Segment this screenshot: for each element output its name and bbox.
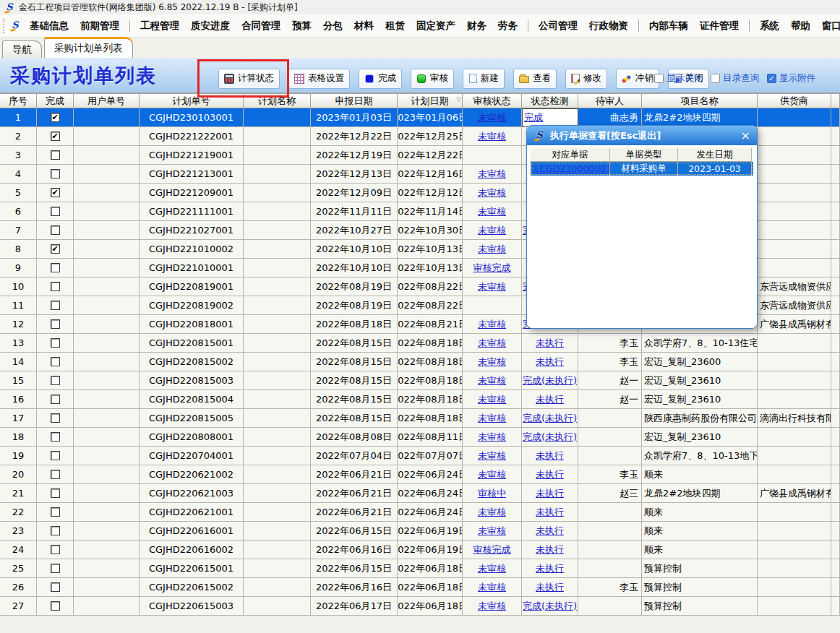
- row-checkbox-unchecked[interactable]: [51, 507, 60, 517]
- column-header-项目名称[interactable]: 项目名称: [642, 94, 758, 108]
- menu-item-预算[interactable]: 预算: [292, 20, 312, 33]
- complete-button[interactable]: 完成: [359, 69, 402, 89]
- status-check-link[interactable]: 未执行: [536, 562, 564, 575]
- column-header-用户单号[interactable]: 用户单号: [74, 94, 140, 108]
- status-check-link[interactable]: 未执行: [536, 525, 564, 538]
- audit-status-link[interactable]: 未审核: [478, 337, 506, 350]
- audit-button[interactable]: 审核: [411, 69, 454, 89]
- audit-status-link[interactable]: 未审核: [478, 111, 506, 124]
- column-header-待审人[interactable]: 待审人: [578, 94, 642, 108]
- status-check-link[interactable]: 完成(未执行): [523, 374, 577, 387]
- status-check-link[interactable]: 未执行: [536, 543, 564, 556]
- column-header-计划日期[interactable]: 计划日期▽: [398, 94, 463, 108]
- column-header-状态检测[interactable]: 状态检测: [522, 94, 578, 108]
- row-checkbox-unchecked[interactable]: [51, 319, 60, 329]
- status-check-link[interactable]: 未执行: [536, 337, 564, 350]
- tab-navigation[interactable]: 导航: [2, 40, 42, 58]
- tab-purchase-plan-list[interactable]: 采购计划单列表: [44, 37, 133, 58]
- audit-status-link[interactable]: 未审核: [478, 600, 506, 613]
- row-checkbox-unchecked[interactable]: [51, 263, 60, 272]
- row-checkbox-unchecked[interactable]: [51, 601, 60, 611]
- audit-status-link[interactable]: 未审核: [478, 318, 506, 331]
- row-checkbox-unchecked[interactable]: [51, 564, 60, 573]
- audit-status-link[interactable]: 未审核: [478, 280, 506, 293]
- menu-item-内部车辆[interactable]: 内部车辆: [649, 20, 688, 33]
- row-checkbox-unchecked[interactable]: [51, 488, 60, 498]
- column-header-完成[interactable]: 完成: [37, 94, 74, 108]
- row-checkbox-unchecked[interactable]: [51, 451, 60, 460]
- table-row-21[interactable]: 21CGJHD2206210032022年06月21日2022年06月24日审核…: [0, 484, 840, 503]
- status-check-link[interactable]: 完成(未执行): [523, 600, 577, 613]
- column-header-供货商[interactable]: 供货商: [758, 94, 831, 108]
- close-icon[interactable]: ×: [741, 130, 750, 142]
- row-checkbox-unchecked[interactable]: [51, 432, 60, 442]
- menu-item-合同管理[interactable]: 合同管理: [241, 20, 280, 33]
- row-checkbox-unchecked[interactable]: [51, 282, 60, 291]
- row-checkbox-unchecked[interactable]: [51, 357, 60, 366]
- audit-status-link[interactable]: 未审核: [478, 468, 506, 481]
- menu-item-财务[interactable]: 财务: [467, 20, 487, 33]
- status-check-link[interactable]: 未执行: [536, 506, 564, 519]
- status-check-link[interactable]: 完成(未执行): [523, 412, 577, 425]
- checkbox-显示附件[interactable]: ✓显示附件: [767, 72, 815, 85]
- menu-item-劳务[interactable]: 劳务: [498, 20, 518, 33]
- table-row-14[interactable]: 14CGJHD2208150022022年08月15日2022年08月18日未审…: [0, 353, 840, 371]
- table-row-20[interactable]: 20CGJHD2206210022022年06月21日2022年06月24日未审…: [0, 465, 840, 484]
- status-check-link[interactable]: 完成(未执行): [523, 431, 577, 444]
- reverse-button[interactable]: 冲销: [616, 69, 659, 89]
- column-header-申报日期[interactable]: 申报日期: [311, 94, 398, 108]
- menu-item-公司管理[interactable]: 公司管理: [539, 20, 578, 33]
- row-checkbox-unchecked[interactable]: [51, 413, 60, 423]
- audit-status-link[interactable]: 未审核: [478, 374, 506, 387]
- audit-status-link[interactable]: 未审核: [478, 205, 506, 218]
- audit-status-link[interactable]: 未审核: [478, 224, 506, 237]
- row-checkbox-unchecked[interactable]: [51, 301, 60, 310]
- table-row-25[interactable]: 25CGJHD2206150012022年06月15日2022年06月18日未审…: [0, 559, 840, 578]
- table-row-22[interactable]: 22CGJHD2206210012022年06月21日2022年06月24日未审…: [0, 503, 840, 522]
- row-checkbox-unchecked[interactable]: [51, 545, 60, 554]
- audit-status-link[interactable]: 未审核: [478, 506, 506, 519]
- audit-status-link[interactable]: 未审核: [478, 412, 506, 425]
- audit-status-link[interactable]: 审核中: [478, 487, 506, 500]
- table-row-13[interactable]: 13CGJHD2208150012022年08月15日2022年08月18日未审…: [0, 334, 840, 353]
- column-header-审核状态[interactable]: 审核状态: [463, 94, 522, 108]
- audit-status-link[interactable]: 审核完成: [473, 543, 511, 556]
- menu-item-帮助[interactable]: 帮助: [791, 20, 810, 33]
- row-checkbox-unchecked[interactable]: [51, 207, 60, 216]
- column-header-extra[interactable]: [831, 94, 840, 108]
- toolbar-grip[interactable]: [3, 19, 7, 33]
- audit-status-link[interactable]: 未审核: [478, 449, 506, 462]
- status-check-link[interactable]: 未执行: [536, 468, 564, 481]
- view-button[interactable]: 查看: [513, 69, 557, 89]
- row-checkbox-unchecked[interactable]: [51, 338, 60, 348]
- menu-item-窗口[interactable]: 窗口: [822, 20, 840, 33]
- menu-item-行政物资[interactable]: 行政物资: [589, 20, 628, 33]
- table-row-27[interactable]: 27CGJHD2206150032022年06月17日2022年06月18日未审…: [0, 597, 840, 616]
- status-check-link[interactable]: 未执行: [536, 581, 564, 594]
- audit-status-link[interactable]: 未审核: [478, 130, 506, 143]
- audit-status-link[interactable]: 未审核: [478, 356, 506, 369]
- row-checkbox-checked[interactable]: ✔: [51, 113, 60, 122]
- row-checkbox-unchecked[interactable]: [51, 582, 60, 592]
- menu-item-租赁[interactable]: 租赁: [385, 20, 405, 33]
- audit-status-link[interactable]: 未审核: [478, 393, 506, 406]
- audit-status-link[interactable]: 未审核: [478, 581, 506, 594]
- status-check-link[interactable]: 未执行: [536, 356, 564, 369]
- status-check-link[interactable]: 完成: [524, 111, 543, 124]
- dialog-row[interactable]: CLCGD230000001材料采购单2023-01-03: [531, 162, 753, 176]
- new-button[interactable]: 新建: [463, 69, 505, 89]
- status-check-link[interactable]: 未执行: [536, 449, 564, 462]
- menu-item-固定资产[interactable]: 固定资产: [416, 20, 455, 33]
- row-checkbox-unchecked[interactable]: [51, 526, 60, 535]
- dialog-titlebar[interactable]: S 执行单据查看[按Esc退出] ×: [527, 126, 757, 145]
- row-checkbox-unchecked[interactable]: [51, 395, 60, 404]
- row-checkbox-checked[interactable]: ✔: [51, 188, 60, 197]
- row-checkbox-checked[interactable]: ✔: [51, 244, 60, 254]
- column-header-计划名称[interactable]: 计划名称: [244, 94, 311, 108]
- row-checkbox-unchecked[interactable]: [51, 150, 60, 160]
- audit-status-link[interactable]: 未审核: [478, 243, 506, 256]
- table-row-16[interactable]: 16CGJHD2208150042022年08月15日2022年08月18日未审…: [0, 390, 840, 409]
- menu-item-前期管理[interactable]: 前期管理: [80, 20, 119, 33]
- status-check-link[interactable]: 未执行: [536, 487, 564, 500]
- audit-status-link[interactable]: 未审核: [478, 525, 506, 538]
